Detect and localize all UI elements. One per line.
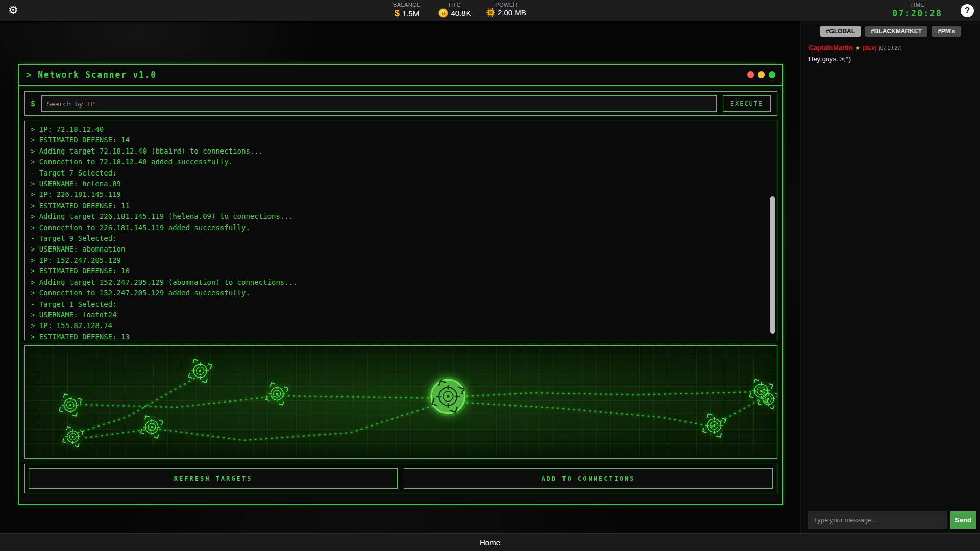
terminal-output: > IP: 72.18.12.40> ESTIMATED DEFENSE: 14…: [31, 124, 764, 340]
htc-value: 40.8K: [451, 9, 471, 17]
terminal-line: > Connection to 226.181.145.119 added su…: [31, 222, 764, 233]
scrollbar-thumb[interactable]: [770, 196, 775, 334]
chat-panel: #GLOBAL #BLACKMARKET #PM's CaptainMartin…: [800, 21, 980, 534]
terminal-line: > ESTIMATED DEFENSE: 10: [31, 266, 764, 277]
chat-tabs: #GLOBAL #BLACKMARKET #PM's: [801, 26, 980, 37]
chat-message-input[interactable]: [808, 511, 947, 529]
terminal-line: > Connection to 72.18.12.40 added succes…: [31, 157, 764, 167]
terminal-panel: > IP: 72.18.12.40> ESTIMATED DEFENSE: 14…: [24, 121, 777, 340]
htc-stat: HTC H 40.8K: [438, 2, 471, 19]
terminal-line: > USERNAME: abomnation: [31, 244, 764, 255]
connection-trail: [86, 403, 441, 440]
terminal-line: > IP: 152.247.205.129: [31, 255, 764, 266]
terminal-line: - Target 1 Selected:: [31, 299, 764, 310]
network-map-svg: [24, 346, 777, 458]
minimize-dot-icon[interactable]: [758, 71, 765, 78]
stats-group: BALANCE $ 1.5M HTC H 40.8K POWER: [390, 2, 526, 19]
star-icon: ★: [855, 45, 860, 51]
message-text: Hey guys. >;^): [808, 55, 980, 63]
map-actions-row: REFRESH TARGETS ADD TO CONNECTIONS: [24, 464, 777, 493]
network-node[interactable]: [266, 383, 288, 405]
terminal-line: > ESTIMATED DEFENSE: 11: [31, 201, 764, 211]
chat-tab-global[interactable]: #GLOBAL: [820, 26, 861, 37]
terminal-line: > Connection to 152.247.205.129 added su…: [31, 288, 764, 298]
settings-gear-icon[interactable]: ⚙: [8, 4, 18, 16]
htc-label: HTC: [438, 2, 471, 8]
terminal-scrollbar: [770, 123, 775, 338]
htc-coin-icon: H: [438, 8, 448, 18]
time-label: TIME: [892, 2, 942, 8]
hub-node[interactable]: [428, 376, 468, 416]
window-header: > Network Scanner v1.0: [19, 65, 782, 86]
dev-badge: [DEV]: [863, 45, 876, 51]
nav-home-link[interactable]: Home: [480, 538, 500, 547]
send-button[interactable]: Send: [950, 511, 976, 529]
network-node[interactable]: [59, 394, 81, 416]
add-to-connections-button[interactable]: ADD TO CONNECTIONS: [404, 468, 773, 489]
terminal-line: > USERNAME: helena.09: [31, 179, 764, 189]
bottom-nav: Home: [0, 533, 980, 551]
terminal-line: > IP: 155.82.128.74: [31, 320, 764, 331]
balance-label: BALANCE: [390, 2, 423, 8]
network-node[interactable]: [703, 414, 726, 437]
network-node[interactable]: [188, 359, 211, 382]
chip-icon: [486, 8, 495, 17]
time-widget: TIME 07:20:28: [892, 2, 942, 18]
terminal-line: > IP: 226.181.145.119: [31, 189, 764, 200]
terminal-line: - Target 9 Selected:: [31, 233, 764, 244]
network-map: [24, 345, 777, 459]
terminal-line: > IP: 72.18.12.40: [31, 124, 764, 135]
power-label: POWER: [486, 2, 526, 8]
power-stat: POWER: [486, 2, 526, 19]
connection-trail: [78, 377, 198, 433]
window-controls: [747, 71, 775, 78]
chat-tab-pms[interactable]: #PM's: [932, 26, 961, 37]
balance-value: 1.5M: [402, 9, 419, 18]
terminal-line: > ESTIMATED DEFENSE: 14: [31, 135, 764, 145]
balance-stat: BALANCE $ 1.5M: [390, 2, 423, 19]
terminal-line: - Target 7 Selected:: [31, 168, 764, 179]
chat-message: CaptainMartin ★ [DEV] [07:19:27] Hey guy…: [808, 44, 980, 63]
chat-input-row: Send: [808, 511, 976, 529]
refresh-targets-button[interactable]: REFRESH TARGETS: [29, 468, 398, 489]
time-value: 07:20:28: [892, 8, 942, 18]
close-dot-icon[interactable]: [747, 71, 754, 78]
app-root: ⚙ BALANCE $ 1.5M HTC H 40.8K POWER: [0, 0, 980, 551]
chat-username[interactable]: CaptainMartin: [808, 44, 853, 52]
dollar-icon: $: [395, 8, 400, 19]
network-node[interactable]: [141, 416, 163, 438]
maximize-dot-icon[interactable]: [769, 71, 775, 78]
network-scanner-window: > Network Scanner v1.0 $ EXECUTE > IP: 7…: [18, 64, 783, 505]
power-value: 2.00 MB: [498, 8, 526, 17]
network-node[interactable]: [63, 427, 83, 447]
help-icon[interactable]: ?: [961, 4, 974, 17]
terminal-line: > ESTIMATED DEFENSE: 13: [31, 332, 764, 340]
shell-prompt: $: [31, 99, 35, 108]
search-row: $ EXECUTE: [24, 91, 777, 116]
window-title: > Network Scanner v1.0: [19, 65, 782, 85]
chat-tab-blackmarket[interactable]: #BLACKMARKET: [865, 26, 927, 37]
terminal-line: > USERNAME: loatdt24: [31, 310, 764, 320]
chat-messages: CaptainMartin ★ [DEV] [07:19:27] Hey guy…: [801, 37, 980, 63]
terminal-line: > Adding target 152.247.205.129 (abomnat…: [31, 277, 764, 288]
search-ip-input[interactable]: [41, 95, 717, 112]
top-bar: ⚙ BALANCE $ 1.5M HTC H 40.8K POWER: [0, 0, 980, 22]
connection-trail: [456, 392, 756, 397]
message-timestamp: [07:19:27]: [879, 45, 901, 51]
terminal-line: > Adding target 226.181.145.119 (helena.…: [31, 211, 764, 222]
terminal-line: > Adding target 72.18.12.40 (bbaird) to …: [31, 146, 764, 157]
connection-trail: [81, 396, 446, 407]
execute-button[interactable]: EXECUTE: [723, 95, 771, 112]
